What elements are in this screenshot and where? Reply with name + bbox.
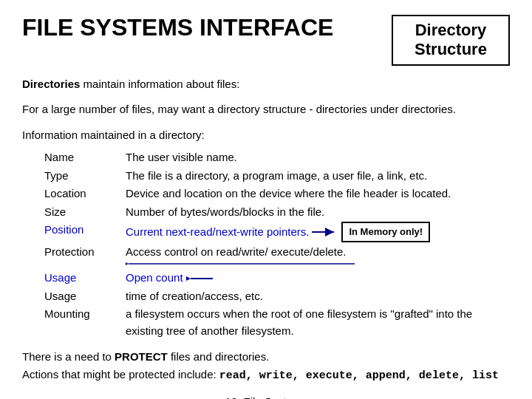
value-size: Number of bytes/words/blocks in the file… [126, 204, 510, 221]
position-row: Current next-read/next-write pointers. I… [126, 222, 510, 242]
label-position: Position [44, 222, 126, 242]
header-row: FILE SYSTEMS INTERFACE Directory Structu… [22, 15, 510, 66]
large-number-section: For a large number of files, may want a … [22, 101, 510, 118]
position-text: Current next-read/next-write pointers. [126, 224, 309, 241]
underline-arrow-icon [126, 261, 362, 268]
label-location: Location [44, 185, 126, 202]
directories-bold: Directories [22, 78, 80, 90]
label-protection: Protection [44, 244, 126, 269]
directory-structure-box: Directory Structure [392, 15, 510, 66]
value-usage-open: Open count [126, 270, 510, 287]
info-table: Name The user visible name. Type The fil… [44, 149, 510, 339]
in-memory-badge: In Memory only! [341, 222, 430, 242]
value-protection: Access control on read/write/ execute/de… [126, 244, 510, 269]
protect-section: There is a need to PROTECT files and dir… [22, 348, 510, 385]
value-name: The user visible name. [126, 149, 510, 166]
protect-line1: There is a need to PROTECT files and dir… [22, 348, 510, 366]
protect-post: files and directories. [168, 350, 270, 363]
label-usage-open: Usage [44, 270, 126, 287]
protection-text: Access control on read/write/ execute/de… [126, 245, 347, 258]
main-title: FILE SYSTEMS INTERFACE [22, 15, 333, 41]
label-size: Size [44, 204, 126, 221]
directories-section: Directories maintain information about f… [22, 76, 510, 93]
value-type: The file is a directory, a program image… [126, 168, 510, 185]
value-usage-time: time of creation/access, etc. [126, 288, 510, 305]
protect-actions-mono: read, write, execute, append, delete, li… [219, 369, 499, 382]
footer-text: 10: File Systems [225, 395, 307, 399]
protect-line2: Actions that might be protected include:… [22, 366, 510, 385]
open-count-text: Open count [126, 270, 183, 287]
large-number-text: For a large number of files, may want a … [22, 101, 510, 118]
info-maintained-text: Information maintained in a directory: [22, 127, 510, 144]
arrow-right-icon [312, 225, 338, 239]
label-type: Type [44, 168, 126, 185]
label-mounting: Mounting [44, 306, 126, 339]
directories-intro-text: maintain information about files: [83, 78, 240, 90]
value-position: Current next-read/next-write pointers. I… [126, 222, 510, 242]
protect-actions-pre: Actions that might be protected include: [22, 368, 219, 381]
protect-bold: PROTECT [115, 350, 168, 363]
value-mounting: a filesystem occurs when the root of one… [126, 306, 510, 339]
label-name: Name [44, 149, 126, 166]
value-location: Device and location on the device where … [126, 185, 510, 202]
info-maintained-section: Information maintained in a directory: N… [22, 127, 510, 340]
open-count-row: Open count [126, 270, 510, 287]
label-usage-time: Usage [44, 288, 126, 305]
footer: 10: File Systems [22, 395, 510, 399]
directories-intro: Directories maintain information about f… [22, 76, 510, 93]
protect-pre: There is a need to [22, 350, 115, 363]
arrow-left-icon [186, 272, 213, 285]
